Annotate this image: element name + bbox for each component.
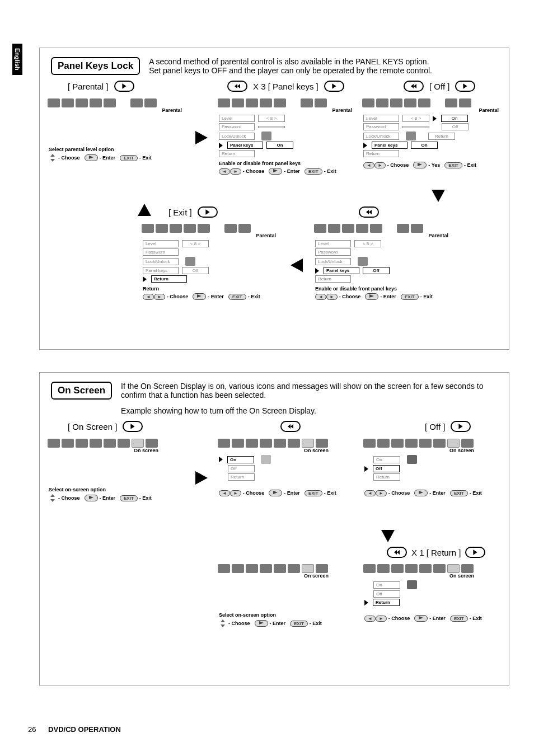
on-screen-section: On Screen If the On Screen Display is on… (39, 372, 509, 685)
gear-icon (261, 455, 271, 464)
lock-icon (261, 132, 271, 140)
rewind-icon[interactable] (359, 206, 379, 218)
osd-icons (44, 436, 190, 449)
pointer-icon (364, 466, 368, 472)
osd-icons (359, 96, 507, 109)
osd-icons (360, 562, 505, 574)
panel-subtitle: On screen (214, 448, 360, 453)
ctrl-bar: ◄►- Choose - Enter EXIT- Exit (360, 482, 505, 500)
pointer-icon (143, 276, 147, 282)
label-on-screen: [ On Screen ] (68, 422, 117, 431)
osd-panel-parental-off: Parental Level< 8 > Password Lock/Unlock… (311, 222, 456, 300)
play-icon[interactable] (324, 81, 344, 92)
osd-panel-parental-2: Parental Level< 8 > Password Lock/Unlock… (214, 96, 360, 175)
osd-icons (214, 562, 360, 574)
pointer-icon (219, 457, 223, 462)
pointer-icon (219, 143, 223, 148)
footer-title: DVD/CD OPERATION (48, 725, 121, 734)
ctrl-bar: ◄►- Choose - Enter EXIT- Exit (214, 482, 360, 500)
hint-text: Select on-screen option (214, 610, 360, 618)
rewind-icon[interactable] (227, 81, 247, 92)
panel-subtitle: Parental (311, 233, 456, 238)
ctrl-bar: ◄►- Choose - Enter EXIT- Exit (214, 167, 360, 178)
osd-panel-parental-1: Parental Select parental level option - … (44, 96, 190, 175)
osd-icons (138, 222, 284, 234)
label-parental: [ Parental ] (68, 82, 109, 91)
hint-text: Select parental level option (44, 144, 190, 153)
pointer-icon (363, 143, 367, 148)
label-off: [ Off ] (429, 82, 449, 91)
section-title-panel-keys: Panel Keys Lock (51, 57, 140, 75)
osd-icons (44, 96, 190, 109)
osd-panel-parental-return: Parental Level< 8 > Password Lock/Unlock… (138, 222, 284, 300)
hint-text: Enable or disable front panel keys (214, 158, 360, 167)
flow-arrow-right-icon (195, 131, 208, 144)
play-icon[interactable] (465, 547, 485, 558)
section2-desc-line1: If the On Screen Display is on, various … (121, 382, 498, 400)
flow-arrow-down-icon (381, 530, 395, 542)
lock-icon (358, 257, 368, 266)
trash-icon (407, 455, 417, 464)
play-icon[interactable] (123, 421, 143, 432)
play-icon[interactable] (114, 81, 134, 92)
pointer-icon (433, 116, 437, 121)
osd-panel-onscreen-return: On screen On Off Return ◄►- Choose - Ent… (360, 562, 505, 640)
ctrl-bar: - Choose - Enter EXIT- Exit (44, 493, 190, 505)
label-off2: [ Off ] (425, 422, 445, 431)
section-title-on-screen: On Screen (51, 382, 112, 400)
hint-text: Return (138, 284, 284, 292)
lock-icon (185, 257, 195, 266)
ctrl-bar: ◄►- Choose - Yes EXIT- Exit (359, 158, 507, 172)
flow-arrow-up-icon (138, 204, 151, 216)
osd-icons (214, 436, 360, 449)
rewind-icon[interactable] (280, 421, 301, 432)
panel-subtitle: Parental (138, 233, 284, 238)
osd-icons (360, 436, 505, 449)
osd-panel-onscreen-3: On screen On Off Return ◄►- Choose - Ent… (360, 436, 505, 515)
flow-arrow-right-icon (195, 471, 208, 485)
ctrl-bar: ◄►- Choose - Enter EXIT- Exit (311, 292, 456, 303)
panel-subtitle: On screen (360, 573, 505, 579)
osd-icons (214, 96, 360, 109)
osd-panel-onscreen-1: On screen Select on-screen option - Choo… (44, 436, 190, 515)
osd-icons (311, 222, 456, 234)
label-x1-return: X 1 [ Return ] (411, 548, 461, 557)
lock-icon (406, 132, 416, 140)
panel-subtitle: Parental (359, 107, 507, 113)
page-footer: 26 DVD/CD OPERATION (28, 725, 121, 734)
play-icon[interactable] (198, 206, 218, 218)
hint-text: Select on-screen option (44, 485, 190, 493)
panel-subtitle: Parental (214, 107, 360, 113)
label-exit: [ Exit ] (168, 208, 192, 217)
panel-subtitle: Parental (44, 107, 190, 113)
section2-desc-line2: Example showing how to turn off the On S… (121, 406, 498, 415)
section1-desc-line2: Set panel keys to OFF and the player can… (149, 66, 432, 75)
language-tab: English (12, 44, 22, 75)
ctrl-bar: - Choose - Enter EXIT- Exit (214, 618, 360, 631)
pointer-icon (315, 268, 319, 274)
ctrl-bar: - Choose - Enter EXIT- Exit (44, 153, 190, 165)
page-number: 26 (28, 725, 36, 734)
panel-subtitle: On screen (214, 573, 360, 579)
panel-keys-lock-section: Panel Keys Lock A second method of paren… (39, 48, 509, 350)
panel-subtitle: On screen (360, 448, 505, 453)
hint-text: Enable or disable front panel keys (311, 284, 456, 292)
flow-arrow-down-icon (432, 190, 445, 202)
trash-icon (407, 580, 417, 589)
ctrl-bar: ◄►- Choose - Enter EXIT- Exit (138, 292, 284, 303)
osd-panel-onscreen-final: On screen Select on-screen option - Choo… (214, 562, 360, 640)
label-x3-panelkeys: X 3 [ Panel keys ] (253, 82, 318, 91)
section1-desc-line1: A second method of parental control is a… (149, 57, 432, 66)
flow-arrow-left-icon (291, 259, 303, 272)
osd-panel-onscreen-2: On screen On Off Return ◄►- Choose - Ent… (214, 436, 360, 515)
rewind-icon[interactable] (404, 81, 424, 92)
osd-panel-parental-3: Parental Level< 8 >On PasswordOff Lock/U… (359, 96, 507, 175)
play-icon[interactable] (451, 421, 471, 432)
play-icon[interactable] (455, 81, 475, 92)
pointer-icon (364, 600, 368, 605)
ctrl-bar: ◄►- Choose - Enter EXIT- Exit (360, 607, 505, 625)
rewind-icon[interactable] (387, 547, 407, 558)
panel-subtitle: On screen (44, 448, 190, 453)
